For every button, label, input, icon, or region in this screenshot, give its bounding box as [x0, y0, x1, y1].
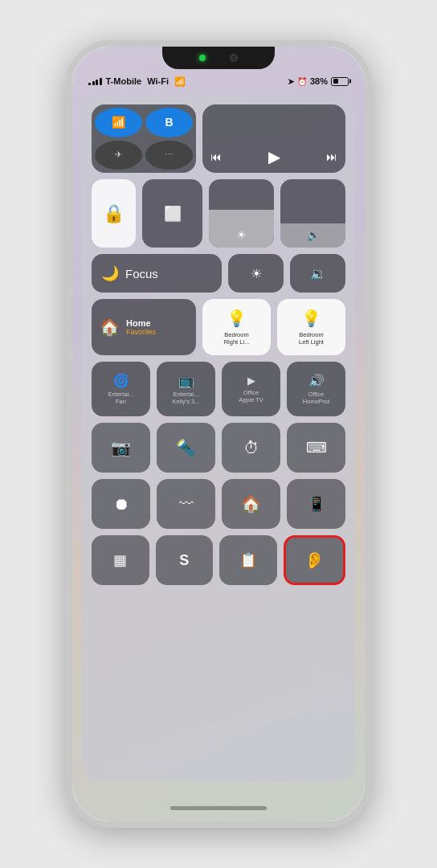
status-left: T-Mobile Wi-Fi 📶	[88, 76, 186, 87]
volume-icon: 🔈	[307, 229, 320, 241]
notch	[162, 47, 275, 69]
signal-bar-2	[92, 81, 95, 85]
bedroom-right-light-button[interactable]: 💡 BedroomRight Li...	[202, 299, 271, 355]
home-section: 🏠 Home Favorites 💡 BedroomRight Li... 💡 …	[92, 299, 345, 355]
brightness-slider[interactable]: ☀	[209, 179, 274, 248]
light-right-icon: 💡	[227, 309, 247, 328]
battery-percent: 38%	[310, 76, 328, 86]
camera-icon: 📷	[111, 438, 131, 457]
play-button[interactable]: ▶	[268, 147, 280, 166]
tv-kellys-icon: 📺	[178, 373, 194, 388]
wifi-icon: 📶	[112, 116, 125, 129]
apple-tv-icon: ▶	[247, 375, 255, 387]
network-label: Wi-Fi	[147, 76, 169, 86]
alarm-icon: ⏰	[297, 77, 307, 86]
home-app-icon: 🏠	[241, 494, 261, 514]
bedroom-left-light-button[interactable]: 💡 BedroomLeft Light	[277, 299, 345, 355]
qr-code-button[interactable]: ▦	[92, 535, 149, 585]
timer-button[interactable]: ⏱	[222, 423, 280, 473]
focus-moon-icon: 🌙	[101, 264, 119, 282]
connectivity-block: 📶 B ✈ ⋯	[92, 104, 196, 173]
office-homepod-button[interactable]: 🔊 OfficeHomePod	[287, 362, 345, 416]
screen-record-icon: ⏺	[113, 495, 129, 514]
remote-button[interactable]: 📱	[287, 479, 345, 529]
sound-recognition-icon: 〰	[179, 496, 194, 513]
airdrop-button[interactable]: ⋯	[145, 141, 193, 170]
volume-slider[interactable]: 🔈	[280, 179, 345, 248]
signal-bar-1	[88, 83, 91, 85]
camera-button[interactable]: 📷	[92, 423, 150, 473]
home-text: Home Favorites	[126, 318, 156, 336]
brightness-small-icon: ☀	[251, 266, 262, 281]
fan-icon: 🌀	[113, 373, 129, 388]
wifi-button[interactable]: 📶	[95, 108, 142, 137]
flashlight-button[interactable]: 🔦	[157, 423, 215, 473]
screen-record-button[interactable]: ⏺	[92, 479, 150, 529]
bluetooth-button[interactable]: B	[145, 108, 193, 137]
brightness-icon: ☀	[236, 228, 247, 241]
phone-frame: T-Mobile Wi-Fi 📶 ➤ ⏰ 38%	[66, 40, 371, 828]
home-sublabel: Favorites	[126, 328, 156, 336]
focus-row: 🌙 Focus ☀ 🔉	[92, 254, 345, 293]
connectivity-media-row: 📶 B ✈ ⋯	[92, 104, 345, 173]
screen-mirror-button[interactable]: ⬜	[142, 179, 202, 248]
tv-kellys-label: Entertai...Kelly's 3...	[173, 391, 200, 405]
home-app-button[interactable]: 🏠	[222, 479, 280, 529]
control-center-panel: 📶 B ✈ ⋯	[82, 95, 355, 781]
signal-bar-4	[100, 78, 102, 85]
location-icon: ➤	[288, 77, 294, 86]
home-indicator	[170, 806, 267, 810]
hearing-button[interactable]: 👂	[284, 535, 346, 585]
shazam-button[interactable]: S	[156, 535, 214, 585]
record-row: ⏺ 〰 🏠 📱	[92, 479, 345, 529]
entertai-fan-button[interactable]: 🌀 Entertai...Fan	[92, 362, 150, 416]
sound-recognition-button[interactable]: 〰	[157, 479, 215, 529]
scene-row: 🌀 Entertai...Fan 📺 Entertai...Kelly's 3.…	[92, 362, 345, 416]
notes-button[interactable]: 📋	[219, 535, 277, 585]
battery-fill	[333, 79, 338, 84]
calculator-button[interactable]: ⌨	[287, 423, 345, 473]
shazam-icon: S	[179, 552, 189, 569]
signal-bars	[88, 77, 102, 85]
screen: T-Mobile Wi-Fi 📶 ➤ ⏰ 38%	[72, 47, 365, 821]
brightness-small-button[interactable]: ☀	[228, 254, 284, 293]
utility-row: 📷 🔦 ⏱ ⌨	[92, 423, 345, 473]
cellular-button[interactable]: ✈	[95, 141, 142, 170]
entertai-kellys-button[interactable]: 📺 Entertai...Kelly's 3...	[157, 362, 215, 416]
qr-code-icon: ▦	[113, 551, 127, 569]
rotation-lock-button[interactable]: 🔒	[92, 179, 136, 248]
home-button[interactable]: 🏠 Home Favorites	[92, 299, 196, 355]
bottom-row: ▦ S 📋 👂	[92, 535, 345, 585]
fan-label: Entertai...Fan	[108, 391, 133, 405]
carrier-label: T-Mobile	[106, 76, 142, 86]
office-apple-tv-label: OfficeApple TV	[239, 389, 263, 403]
indicator-light	[199, 55, 206, 61]
notes-icon: 📋	[239, 551, 257, 569]
cellular-icon: ✈	[115, 149, 122, 160]
bluetooth-icon: B	[165, 116, 173, 129]
signal-bar-3	[96, 80, 98, 85]
camera-dot	[230, 54, 238, 62]
controls-row: 🔒 ⬜ ☀ 🔈	[92, 179, 345, 248]
homepod-icon: 🔊	[308, 373, 325, 388]
battery-indicator	[331, 77, 349, 86]
volume-small-icon: 🔉	[310, 266, 326, 281]
office-apple-tv-button[interactable]: ▶ OfficeApple TV	[222, 362, 280, 416]
screen-mirror-icon: ⬜	[164, 205, 182, 223]
rotation-lock-icon: 🔒	[103, 203, 125, 224]
light-left-label: BedroomLeft Light	[299, 331, 324, 346]
office-homepod-label: OfficeHomePod	[303, 391, 329, 405]
status-right: ➤ ⏰ 38%	[288, 76, 349, 86]
flashlight-icon: 🔦	[176, 438, 196, 457]
media-block: ⏮ ▶ ⏭	[202, 104, 345, 173]
fastforward-button[interactable]: ⏭	[326, 150, 337, 163]
remote-icon: 📱	[308, 495, 325, 513]
focus-button[interactable]: 🌙 Focus	[92, 254, 222, 293]
hearing-icon: 👂	[304, 551, 325, 570]
volume-small-button[interactable]: 🔉	[290, 254, 345, 293]
rewind-button[interactable]: ⏮	[210, 150, 222, 163]
airdrop-icon: ⋯	[165, 149, 174, 160]
wifi-status-icon: 📶	[174, 76, 186, 87]
home-icon: 🏠	[100, 317, 120, 337]
calculator-icon: ⌨	[306, 439, 327, 457]
